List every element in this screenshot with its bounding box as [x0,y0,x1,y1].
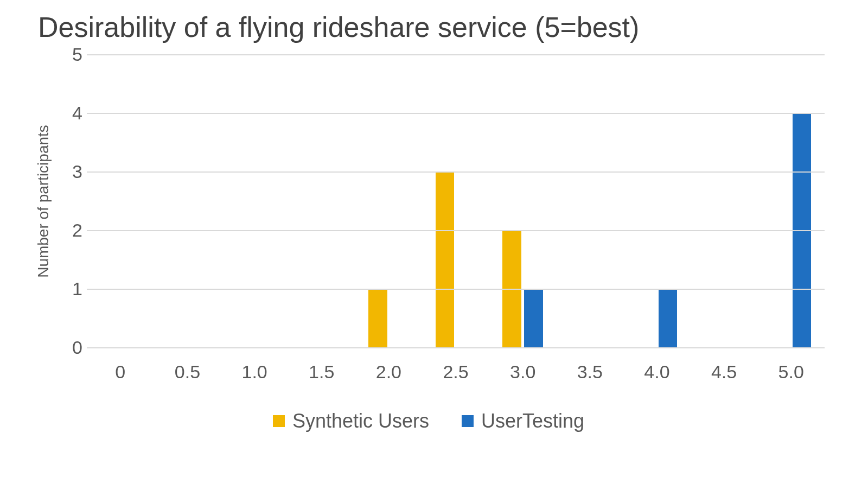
legend-item: Synthetic Users [273,410,429,433]
bar-synthetic-users [368,289,387,347]
chart-container: Desirability of a flying rideshare servi… [33,5,825,433]
x-tick-label: 5.0 [757,348,825,383]
y-axis-ticks: 012345 [54,54,87,348]
legend-item: UserTesting [462,410,584,433]
x-tick-label: 1.5 [288,348,355,383]
x-tick-label: 4.5 [691,348,758,383]
legend-label: Synthetic Users [292,410,429,433]
gridline [87,230,825,231]
y-tick-label: 2 [72,220,82,241]
legend-swatch [273,415,285,427]
y-axis-label-wrap: Number of participants [33,54,54,348]
y-tick-label: 4 [72,103,82,124]
y-axis-label: Number of participants [35,125,52,278]
plot-area [87,54,825,348]
chart-title: Desirability of a flying rideshare servi… [38,11,825,43]
gridline [87,289,825,290]
plot-row: Number of participants 012345 [33,54,825,348]
x-tick-label: 1.0 [221,348,288,383]
x-tick-label: 4.0 [623,348,691,383]
legend-label: UserTesting [481,410,584,433]
gridline [87,113,825,114]
legend-swatch [462,415,474,427]
gridline [87,54,825,55]
gridline [87,171,825,173]
bar-usertesting [524,289,543,347]
y-tick-label: 3 [72,161,82,182]
bars-layer [87,54,825,347]
bar-synthetic-users [436,171,455,347]
x-tick-label: 3.0 [489,348,557,383]
x-tick-label: 0.5 [154,348,221,383]
y-tick-label: 1 [72,278,82,300]
y-tick-label: 5 [72,44,82,65]
legend: Synthetic UsersUserTesting [33,410,825,433]
x-tick-label: 3.5 [556,348,623,383]
x-axis-ticks: 00.51.01.52.02.53.03.54.04.55.0 [87,348,825,383]
y-tick-label: 0 [72,337,82,358]
x-tick-label: 2.0 [355,348,423,383]
bar-usertesting [659,289,678,347]
x-tick-label: 0 [87,348,154,383]
x-tick-label: 2.5 [422,348,489,383]
